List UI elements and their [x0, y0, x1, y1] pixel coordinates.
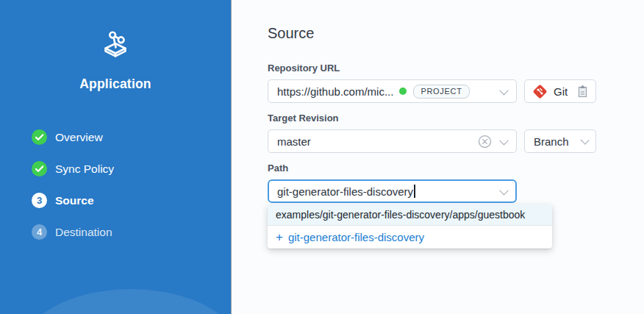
step-label: Overview: [55, 131, 103, 144]
repository-url-label: Repository URL: [268, 63, 644, 74]
step-number-badge: 3: [32, 193, 47, 208]
application-wizard: Application Overview Sync Policy 3 Sourc…: [0, 0, 644, 314]
chevron-down-icon[interactable]: [499, 135, 509, 145]
path-suggestions-dropdown: examples/git-generator-files-discovery/a…: [268, 204, 552, 249]
target-revision-input[interactable]: master: [268, 129, 517, 153]
step-label: Destination: [55, 226, 112, 239]
wizard-title: Application: [0, 76, 231, 92]
step-sync-policy[interactable]: Sync Policy: [32, 161, 114, 176]
repo-type-select[interactable]: Git: [524, 79, 596, 103]
check-circle-icon: [32, 129, 47, 145]
path-input[interactable]: git-generator-files-discovery: [268, 179, 517, 203]
plus-icon: +: [276, 231, 283, 243]
page-title: Source: [268, 25, 644, 42]
repo-type-value: Git: [554, 85, 568, 98]
path-value: git-generator-files-discovery: [277, 185, 413, 198]
path-create-label: git-generator-files-discovery: [288, 231, 424, 243]
path-label: Path: [268, 163, 644, 174]
check-circle-icon: [32, 161, 47, 176]
revision-type-value: Branch: [534, 135, 569, 148]
chevron-down-icon: [580, 136, 589, 145]
path-suggestion-item[interactable]: examples/git-generator-files-discovery/a…: [268, 204, 552, 226]
step-label: Source: [55, 194, 94, 207]
sidebar-decorative-circle: [21, 289, 232, 314]
select-indicator-icon: [577, 85, 588, 99]
wizard-sidebar: Application Overview Sync Policy 3 Sourc…: [0, 0, 232, 314]
clear-input-icon[interactable]: [478, 135, 492, 149]
text-caret: [414, 185, 415, 198]
wizard-steps: Overview Sync Policy 3 Source 4 Destinat…: [32, 129, 114, 256]
step-source[interactable]: 3 Source: [32, 193, 114, 208]
repository-url-input[interactable]: https://github.com/mic... PROJECT: [268, 79, 517, 103]
target-revision-value: master: [277, 135, 311, 148]
project-badge: PROJECT: [413, 85, 469, 99]
chevron-down-icon[interactable]: [499, 185, 509, 195]
step-destination[interactable]: 4 Destination: [32, 224, 114, 240]
repository-url-value: https://github.com/mic...: [277, 85, 393, 98]
revision-type-select[interactable]: Branch: [524, 129, 596, 153]
target-revision-label: Target Revision: [268, 113, 644, 124]
path-create-item[interactable]: + git-generator-files-discovery: [268, 226, 552, 249]
git-logo-icon: [532, 84, 548, 99]
application-deploy-icon: [99, 28, 132, 65]
step-overview[interactable]: Overview: [32, 129, 114, 145]
source-form-panel: Source Repository URL https://github.com…: [232, 0, 644, 314]
connection-status-dot: [399, 88, 407, 95]
chevron-down-icon[interactable]: [499, 85, 509, 95]
step-number-badge: 4: [32, 224, 47, 240]
step-label: Sync Policy: [55, 163, 114, 176]
